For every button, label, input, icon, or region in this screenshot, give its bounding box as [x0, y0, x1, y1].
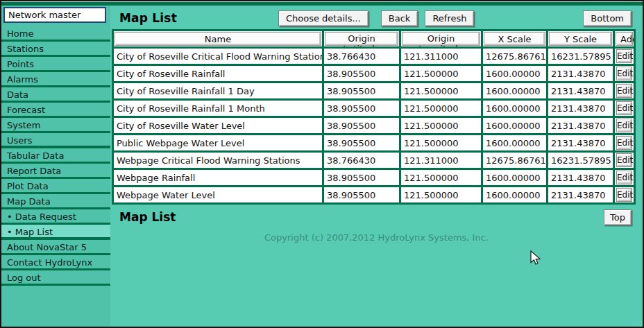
column-header-name: Name [113, 31, 323, 48]
table-body: City of Roseville Critical Flood Warning… [113, 48, 635, 204]
refresh-button[interactable]: Refresh [425, 10, 474, 26]
cell-origin-latitude: 38.905500 [323, 169, 400, 187]
cell-origin-longitude: 121.500000 [400, 117, 482, 135]
edit-button[interactable]: Edit [616, 101, 632, 115]
cell-name: Webpage Water Level [113, 187, 323, 204]
column-sort-origin-latitude-button[interactable]: Origin Latitude [325, 32, 398, 46]
cell-x-scale: 1600.00000 [482, 100, 548, 117]
cell-edit: Edit [614, 48, 635, 65]
table-row: City of Roseville Water Level38.90550012… [113, 117, 635, 135]
sidebar-item-system[interactable]: System [1, 118, 110, 133]
cell-origin-longitude: 121.500000 [400, 187, 482, 204]
cell-edit: Edit [614, 83, 635, 100]
cell-name: City of Roseville Rainfall 1 Day [113, 83, 323, 100]
cell-origin-latitude: 38.905500 [323, 187, 400, 204]
footer-bar: Map List Top [110, 208, 643, 226]
sidebar-item-data-request[interactable]: • Data Request [1, 209, 110, 225]
cell-x-scale: 1600.00000 [482, 169, 548, 187]
cell-x-scale: 1600.00000 [482, 117, 548, 135]
sidebar-nav: HomeStationsPointsAlarmsDataForecastSyst… [1, 26, 110, 286]
table-row: City of Roseville Rainfall 1 Day38.90550… [113, 83, 635, 100]
column-sort-name-button[interactable]: Name [115, 32, 321, 46]
cell-name: City of Roseville Rainfall [113, 65, 323, 83]
sidebar-item-about-novastar-5[interactable]: About NovaStar 5 [1, 240, 110, 255]
cell-y-scale: 16231.57895 [548, 48, 614, 65]
cell-origin-longitude: 121.500000 [400, 65, 482, 83]
sidebar-item-plot-data[interactable]: Plot Data [1, 179, 110, 194]
cell-origin-latitude: 38.905500 [323, 117, 400, 135]
cell-edit: Edit [614, 135, 635, 152]
sidebar-item-points[interactable]: Points [1, 57, 110, 72]
cell-name: Webpage Critical Flood Warning Stations [113, 152, 323, 169]
page-title: Map List [119, 11, 177, 25]
main-content: Map List Choose details...BackRefresh Bo… [110, 6, 643, 327]
sidebar-item-contact-hydrolynx[interactable]: Contact HydroLynx [1, 255, 110, 270]
cell-edit: Edit [614, 117, 635, 135]
column-header-origin-longitude: Origin Longitude [400, 31, 482, 48]
cell-origin-longitude: 121.311000 [400, 152, 482, 169]
edit-button[interactable]: Edit [616, 84, 632, 98]
edit-button[interactable]: Edit [616, 49, 632, 63]
cell-y-scale: 2131.43870 [548, 169, 614, 187]
column-sort-x-scale-button[interactable]: X Scale [484, 32, 545, 46]
add-button[interactable]: Add [616, 32, 633, 46]
app-window: HomeStationsPointsAlarmsDataForecastSyst… [0, 0, 644, 328]
cell-y-scale: 2131.43870 [548, 187, 614, 204]
cell-y-scale: 2131.43870 [548, 83, 614, 100]
table-header-row: NameOrigin LatitudeOrigin LongitudeX Sca… [113, 31, 635, 48]
table-row: Public Webpage Water Level38.905500121.5… [113, 135, 635, 152]
cell-origin-longitude: 121.500000 [400, 83, 482, 100]
sidebar-item-users[interactable]: Users [1, 133, 110, 148]
cell-y-scale: 2131.43870 [548, 65, 614, 83]
edit-button[interactable]: Edit [616, 67, 632, 80]
cell-name: City of Roseville Critical Flood Warning… [113, 48, 323, 65]
sidebar-item-log-out[interactable]: Log out [1, 270, 110, 286]
edit-button[interactable]: Edit [616, 136, 632, 150]
sidebar-item-forecast[interactable]: Forecast [1, 103, 110, 118]
column-header-y-scale: Y Scale [548, 31, 614, 48]
back-button[interactable]: Back [381, 10, 418, 26]
cell-origin-longitude: 121.311000 [400, 48, 482, 65]
sidebar-item-report-data[interactable]: Report Data [1, 164, 110, 179]
cell-x-scale: 12675.86761 [482, 48, 548, 65]
cell-origin-longitude: 121.500000 [400, 100, 482, 117]
topbar: Map List Choose details...BackRefresh Bo… [110, 6, 643, 29]
map-list-table: NameOrigin LatitudeOrigin LongitudeX Sca… [112, 29, 636, 205]
network-input[interactable] [3, 7, 106, 23]
cell-x-scale: 12675.86761 [482, 152, 548, 169]
sidebar-item-data[interactable]: Data [1, 87, 110, 103]
sidebar-item-home[interactable]: Home [1, 26, 110, 42]
cell-x-scale: 1600.00000 [482, 65, 548, 83]
cell-x-scale: 1600.00000 [482, 187, 548, 204]
cell-y-scale: 2131.43870 [548, 100, 614, 117]
sidebar-item-map-data[interactable]: Map Data [1, 194, 110, 209]
cell-origin-latitude: 38.766430 [323, 48, 400, 65]
cell-edit: Edit [614, 187, 635, 204]
cell-name: Webpage Rainfall [113, 169, 323, 187]
bottom-button[interactable]: Bottom [583, 10, 632, 26]
column-sort-y-scale-button[interactable]: Y Scale [549, 32, 612, 46]
sidebar-item-alarms[interactable]: Alarms [1, 72, 110, 87]
column-header-add: Add [614, 31, 635, 48]
column-sort-origin-longitude-button[interactable]: Origin Longitude [402, 32, 480, 46]
table-row: Webpage Water Level38.905500121.50000016… [113, 187, 635, 204]
cell-edit: Edit [614, 152, 635, 169]
topbar-buttons: Choose details...BackRefresh [177, 10, 583, 26]
edit-button[interactable]: Edit [616, 119, 632, 132]
top-button[interactable]: Top [604, 209, 632, 225]
choose-details-button[interactable]: Choose details... [278, 10, 368, 26]
edit-button[interactable]: Edit [616, 153, 632, 167]
cell-edit: Edit [614, 65, 635, 83]
sidebar-item-tabular-data[interactable]: Tabular Data [1, 148, 110, 164]
cell-edit: Edit [614, 100, 635, 117]
cell-origin-latitude: 38.905500 [323, 65, 400, 83]
cell-x-scale: 1600.00000 [482, 83, 548, 100]
cell-origin-latitude: 38.766430 [323, 152, 400, 169]
sidebar-item-map-list[interactable]: • Map List [1, 225, 110, 240]
edit-button[interactable]: Edit [616, 171, 632, 184]
cell-x-scale: 1600.00000 [482, 135, 548, 152]
table-row: Webpage Rainfall38.905500121.5000001600.… [113, 169, 635, 187]
edit-button[interactable]: Edit [616, 188, 632, 202]
cell-origin-latitude: 38.905500 [323, 135, 400, 152]
sidebar-item-stations[interactable]: Stations [1, 42, 110, 57]
